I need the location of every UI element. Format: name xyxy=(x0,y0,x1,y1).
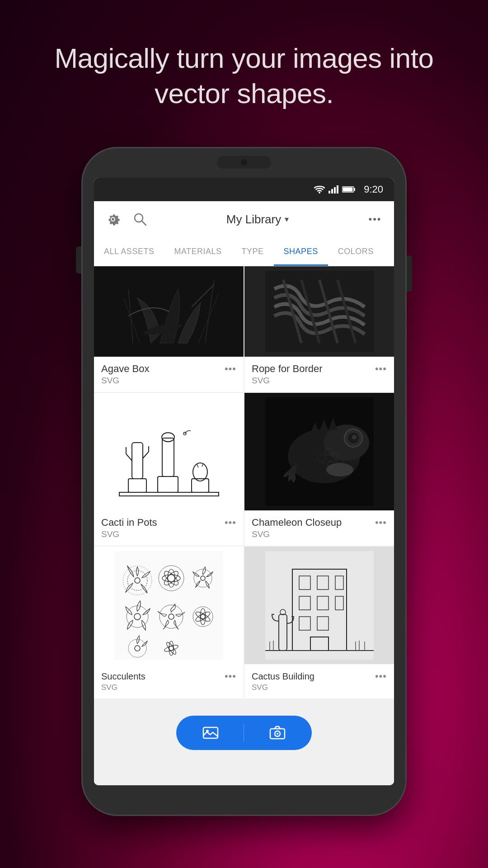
phone-screen: 9:20 My Library ▾ •• xyxy=(94,178,394,785)
status-bar: 9:20 xyxy=(94,178,394,201)
item-title: Rope for Border xyxy=(252,363,323,375)
tab-all-assets[interactable]: ALL ASSETS xyxy=(94,237,164,266)
building-artwork xyxy=(265,551,374,660)
gallery-icon xyxy=(202,725,219,741)
battery-icon xyxy=(342,186,356,193)
item-info-succulents: Succulents ••• SVG xyxy=(94,664,244,698)
item-more-button[interactable]: ••• xyxy=(375,363,387,375)
succulents-artwork xyxy=(115,551,223,660)
tab-materials[interactable]: MATERIALS xyxy=(164,237,231,266)
item-info-agave: Agave Box ••• SVG xyxy=(94,357,244,392)
item-more-button[interactable]: ••• xyxy=(375,670,387,682)
list-item[interactable]: Rope for Border ••• SVG xyxy=(244,266,394,392)
phone-camera-area xyxy=(217,156,271,169)
library-title-text: My Library xyxy=(226,212,281,226)
item-image-building xyxy=(244,547,394,664)
gallery-nav-button[interactable] xyxy=(202,725,219,741)
item-image-succulents xyxy=(94,547,244,664)
tab-type[interactable]: TYPE xyxy=(232,237,274,266)
list-item[interactable]: Chameleon Closeup ••• SVG xyxy=(244,393,394,546)
svg-rect-7 xyxy=(343,188,353,192)
item-type: SVG xyxy=(101,376,236,386)
phone-mockup: 9:20 My Library ▾ •• xyxy=(81,147,407,816)
status-time: 9:20 xyxy=(364,184,383,195)
tab-shapes[interactable]: SHAPES xyxy=(274,237,328,266)
item-more-button[interactable]: ••• xyxy=(225,670,236,682)
camera-nav-button[interactable] xyxy=(269,725,286,741)
item-type: SVG xyxy=(252,376,387,386)
svg-rect-4 xyxy=(337,185,338,193)
item-more-button[interactable]: ••• xyxy=(225,363,236,375)
list-item[interactable]: Cactus Building ••• SVG xyxy=(244,547,394,698)
rope-artwork xyxy=(265,271,374,352)
item-more-button[interactable]: ••• xyxy=(375,517,387,528)
svg-point-9 xyxy=(112,218,114,221)
svg-rect-18 xyxy=(115,397,223,506)
tab-colors[interactable]: COLORS xyxy=(328,237,384,266)
nav-divider xyxy=(244,724,244,742)
item-info-cacti: Cacti in Pots ••• SVG xyxy=(94,510,244,546)
signal-icon xyxy=(328,185,338,193)
wifi-icon xyxy=(314,185,325,193)
item-info-building: Cactus Building ••• SVG xyxy=(244,664,394,698)
item-image-chameleon xyxy=(244,393,394,510)
item-type: SVG xyxy=(101,683,236,692)
svg-point-96 xyxy=(277,733,278,735)
chameleon-artwork xyxy=(265,397,374,506)
status-icons xyxy=(314,185,356,193)
headline-text: Magically turn your images into vector s… xyxy=(0,41,488,111)
item-image-agave xyxy=(94,266,244,357)
svg-line-11 xyxy=(142,221,146,225)
item-more-button[interactable]: ••• xyxy=(225,517,236,528)
item-type: SVG xyxy=(252,529,387,539)
content-grid: Agave Box ••• SVG xyxy=(94,266,394,785)
svg-rect-1 xyxy=(328,191,330,193)
camera-dot xyxy=(241,159,247,165)
item-title: Cactus Building xyxy=(252,671,314,682)
item-type: SVG xyxy=(252,683,387,692)
item-title: Succulents xyxy=(101,671,145,682)
cacti-artwork xyxy=(115,397,223,506)
item-image-rope xyxy=(244,266,394,357)
item-title: Cacti in Pots xyxy=(101,517,157,528)
item-title: Agave Box xyxy=(101,363,149,375)
item-info-chameleon: Chameleon Closeup ••• SVG xyxy=(244,510,394,546)
chevron-down-icon: ▾ xyxy=(285,214,289,224)
svg-rect-3 xyxy=(334,187,336,193)
list-item[interactable]: Succulents ••• SVG xyxy=(94,547,244,698)
svg-rect-2 xyxy=(331,189,333,193)
svg-point-0 xyxy=(319,192,320,193)
settings-button[interactable] xyxy=(103,209,123,229)
bottom-nav[interactable] xyxy=(176,716,312,750)
list-item[interactable]: Cacti in Pots ••• SVG xyxy=(94,393,244,546)
item-info-rope: Rope for Border ••• SVG xyxy=(244,357,394,392)
agave-artwork xyxy=(115,271,223,352)
svg-point-39 xyxy=(352,435,357,439)
item-image-cacti xyxy=(94,393,244,510)
item-type: SVG xyxy=(101,529,236,539)
gear-icon xyxy=(105,211,121,227)
search-icon xyxy=(132,211,148,227)
list-item[interactable]: Agave Box ••• SVG xyxy=(94,266,244,392)
camera-icon xyxy=(269,725,286,741)
svg-rect-6 xyxy=(354,188,355,191)
library-title[interactable]: My Library ▾ xyxy=(157,212,358,226)
tabs-bar: ALL ASSETS MATERIALS TYPE SHAPES COLORS xyxy=(94,237,394,266)
more-icon: ••• xyxy=(368,214,381,224)
app-toolbar: My Library ▾ ••• xyxy=(94,201,394,237)
svg-point-45 xyxy=(326,463,353,476)
item-title: Chameleon Closeup xyxy=(252,517,342,528)
svg-rect-73 xyxy=(265,551,374,660)
more-options-button[interactable]: ••• xyxy=(365,209,385,229)
search-button[interactable] xyxy=(130,209,150,229)
